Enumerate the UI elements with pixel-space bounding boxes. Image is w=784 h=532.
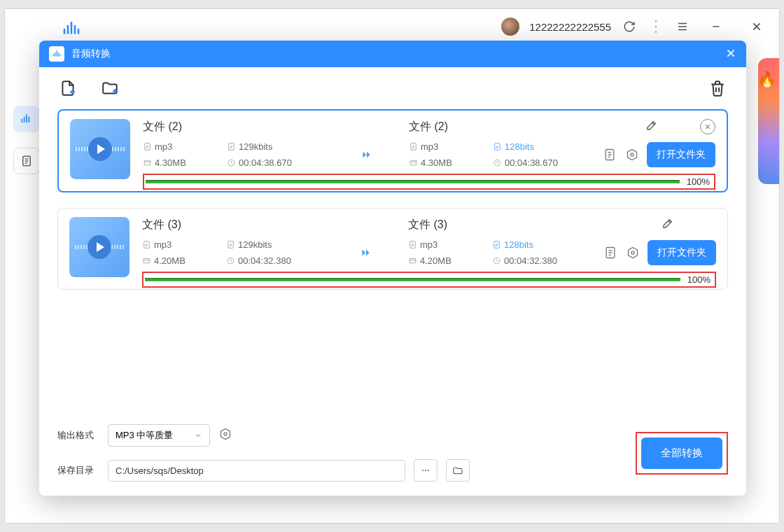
modal-title-icon bbox=[49, 46, 64, 62]
svg-point-23 bbox=[425, 470, 426, 471]
dst-bitrate: 128bits bbox=[493, 141, 591, 152]
svg-rect-7 bbox=[144, 160, 150, 165]
svg-rect-14 bbox=[494, 241, 500, 248]
edit-icon[interactable] bbox=[645, 119, 658, 134]
src-format: mp3 bbox=[143, 141, 227, 152]
separator: ⋮ bbox=[648, 18, 664, 35]
svg-point-6 bbox=[631, 153, 634, 156]
output-format-value: MP3 中等质量 bbox=[115, 429, 173, 442]
src-size: 4.30MB bbox=[143, 158, 227, 168]
browse-folder-button[interactable] bbox=[446, 459, 470, 482]
svg-rect-19 bbox=[410, 258, 416, 263]
file-thumbnail bbox=[70, 119, 130, 179]
output-format-label: 输出格式 bbox=[57, 429, 99, 442]
file-settings-icon[interactable] bbox=[625, 245, 640, 260]
play-button[interactable] bbox=[88, 235, 111, 259]
svg-rect-3 bbox=[411, 144, 416, 150]
progress-percent: 100% bbox=[687, 274, 710, 285]
flame-icon: 🔥 bbox=[757, 71, 776, 89]
convert-all-button[interactable]: 全部转换 bbox=[641, 438, 722, 469]
more-options-button[interactable] bbox=[414, 459, 438, 482]
file-card[interactable]: 文件 (2)文件 (2)mp3129kbitsmp3128bits打开文件夹4.… bbox=[57, 109, 728, 192]
progress-bar bbox=[146, 181, 680, 183]
open-folder-button[interactable]: 打开文件夹 bbox=[648, 240, 716, 265]
save-dir-input[interactable] bbox=[108, 460, 405, 482]
svg-rect-1 bbox=[145, 144, 150, 150]
footer: 输出格式 MP3 中等质量 保存目录 全 bbox=[39, 414, 746, 496]
dst-bitrate: 128bits bbox=[492, 239, 590, 250]
username: 12222222222555 bbox=[529, 21, 611, 33]
file-info-icon[interactable] bbox=[603, 245, 618, 260]
remove-icon[interactable] bbox=[700, 119, 715, 134]
file-list: 文件 (2)文件 (2)mp3129kbitsmp3128bits打开文件夹4.… bbox=[39, 109, 746, 414]
edit-icon[interactable] bbox=[662, 217, 674, 232]
svg-rect-17 bbox=[144, 258, 150, 263]
svg-rect-4 bbox=[495, 144, 500, 150]
refresh-icon[interactable] bbox=[621, 18, 638, 35]
modal-close-icon[interactable] bbox=[725, 48, 736, 61]
source-file-name: 文件 (3) bbox=[142, 218, 408, 232]
dest-file-name: 文件 (2) bbox=[409, 120, 645, 134]
src-size: 4.20MB bbox=[142, 255, 226, 266]
menu-icon[interactable] bbox=[674, 18, 691, 35]
minimize-icon[interactable] bbox=[701, 11, 732, 42]
progress-highlight: 100% bbox=[143, 174, 715, 190]
dst-format: mp3 bbox=[409, 141, 493, 152]
arrow-icon bbox=[325, 147, 409, 162]
dst-format: mp3 bbox=[408, 239, 492, 250]
svg-point-24 bbox=[428, 470, 429, 471]
svg-point-16 bbox=[631, 251, 634, 254]
action-cell: 打开文件夹 bbox=[591, 142, 715, 167]
progress-highlight: 100% bbox=[142, 272, 716, 288]
dst-duration: 00:04:38.670 bbox=[493, 158, 591, 168]
src-bitrate: 129kbits bbox=[227, 141, 325, 152]
svg-rect-13 bbox=[410, 241, 416, 248]
file-thumbnail bbox=[69, 217, 130, 277]
convert-all-highlight: 全部转换 bbox=[636, 432, 728, 475]
window-close-icon[interactable] bbox=[741, 11, 772, 42]
modal-titlebar: 音频转换 bbox=[39, 41, 746, 67]
output-format-select[interactable]: MP3 中等质量 bbox=[108, 424, 210, 447]
audio-convert-modal: 音频转换 文件 (2)文件 (2)mp3129kbitsmp3128bits打开… bbox=[39, 41, 746, 496]
app-logo bbox=[61, 18, 82, 35]
play-button[interactable] bbox=[88, 137, 112, 161]
svg-rect-11 bbox=[144, 241, 150, 248]
bg-titlebar: 12222222222555 ⋮ bbox=[5, 9, 779, 44]
progress-bar bbox=[145, 279, 680, 281]
save-dir-label: 保存目录 bbox=[57, 464, 99, 477]
progress-percent: 100% bbox=[687, 176, 710, 187]
src-duration: 00:04:32.380 bbox=[226, 255, 324, 266]
source-file-name: 文件 (2) bbox=[143, 120, 409, 134]
src-format: mp3 bbox=[142, 239, 226, 250]
dst-duration: 00:04:32.380 bbox=[492, 255, 590, 266]
svg-rect-12 bbox=[228, 241, 234, 248]
svg-point-21 bbox=[224, 433, 227, 435]
toolbar bbox=[39, 67, 746, 109]
dst-size: 4.30MB bbox=[409, 158, 493, 168]
svg-point-22 bbox=[422, 470, 424, 471]
src-bitrate: 129kbits bbox=[226, 239, 324, 250]
action-cell: 打开文件夹 bbox=[590, 240, 716, 265]
svg-rect-9 bbox=[410, 160, 416, 165]
dest-file-name: 文件 (3) bbox=[408, 218, 662, 232]
modal-title-text: 音频转换 bbox=[71, 48, 111, 60]
avatar[interactable] bbox=[501, 18, 519, 36]
svg-rect-2 bbox=[229, 144, 234, 150]
delete-all-button[interactable] bbox=[707, 78, 728, 99]
output-format-settings-icon[interactable] bbox=[218, 427, 232, 444]
dst-size: 4.20MB bbox=[408, 255, 492, 266]
add-file-button[interactable] bbox=[57, 78, 78, 99]
src-duration: 00:04:38.670 bbox=[227, 158, 325, 168]
open-folder-button[interactable]: 打开文件夹 bbox=[647, 142, 715, 167]
side-icon-audio[interactable] bbox=[13, 106, 40, 132]
file-settings-icon[interactable] bbox=[624, 147, 640, 162]
add-folder-button[interactable] bbox=[99, 78, 120, 99]
arrow-icon bbox=[324, 245, 408, 260]
file-info-icon[interactable] bbox=[602, 147, 617, 162]
side-icon-doc[interactable] bbox=[13, 148, 40, 174]
file-card[interactable]: 文件 (3)文件 (3)mp3129kbitsmp3128bits打开文件夹4.… bbox=[57, 208, 728, 290]
